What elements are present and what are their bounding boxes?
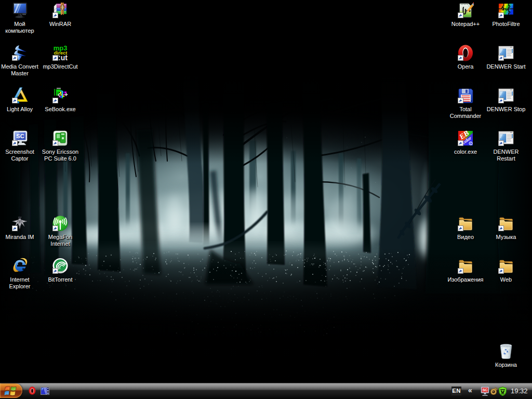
svg-text:SC: SC (483, 388, 488, 392)
svg-text::ut: :ut (58, 54, 68, 61)
svg-text:SC: SC (16, 133, 24, 139)
